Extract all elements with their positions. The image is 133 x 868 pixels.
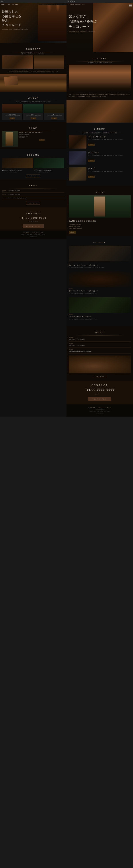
pc-nav-column[interactable]: COLUMN	[52, 4, 56, 5]
mob-news-date-2: 2024.00.00	[69, 343, 131, 344]
pc-hero-image	[38, 5, 67, 41]
mob-lineup-img-3	[69, 167, 87, 181]
pc-lineup-title: LINEUP	[2, 94, 64, 101]
pc-shop-name: SAMPLE CHOCOLATE	[19, 131, 64, 133]
mob-lineup-img-1	[69, 135, 87, 149]
mob-nav: SAMPLE CHOCOLATE	[68, 4, 132, 6]
mob-news-section: NEWS 2024.00.00 ニュースのタイトルが入ります。 2024.00.…	[67, 326, 133, 381]
pc-concept-tagline: 明切な素材ができるチョコレートをお届けします	[2, 52, 64, 54]
pc-lineup-btn-2[interactable]: MORE	[31, 118, 36, 119]
pc-nav-concept[interactable]: CONCEPT	[39, 4, 43, 5]
pc-choc-drip	[38, 5, 67, 41]
pc-section: PC SAMPLE CHOCOLATE CONCEPT LINEUP SHOP …	[0, 0, 67, 239]
pc-news-item-3: 2024.00.00 SAMPLE CHOCOLATEのお知らせが入ります。	[2, 196, 64, 200]
mobile-label: mobile	[67, 0, 133, 3]
mob-hero-image	[93, 3, 133, 52]
mob-column-img-2	[69, 272, 131, 287]
mob-footer-links: CONCEPT LINEUP SHOP COLUMN NEWS CONTACT	[69, 411, 131, 412]
mob-footer-link-news[interactable]: NEWS	[104, 411, 106, 412]
pc-shop-title: SHOP	[2, 124, 64, 131]
pc-shop-info: SAMPLE CHOCOLATE 〒000-0000 東京都渋谷区 営業時間: …	[19, 131, 64, 147]
mob-news-more-btn[interactable]: LOAD MORE	[93, 375, 107, 378]
mob-footer-logo: SAMPLE CHOCOLATE	[69, 407, 131, 408]
pc-lineup-btn-1[interactable]: MORE	[9, 118, 15, 119]
mob-lineup-desc-3: ショコラティエ厳選のカカオを使用した当店自慢のチョコレートです	[88, 171, 131, 173]
pc-nav-shop[interactable]: SHOP	[49, 4, 51, 5]
mob-lineup-btn-2[interactable]: More	[88, 160, 95, 162]
pc-column-item-2: 2024.01.01 春めくバレンタインチョコレートを 見つけよう！ ショコラテ…	[34, 158, 64, 173]
pc-contact-section: CONTACT Tel.00-0000-0000 営業時間 00:00〜00:0…	[0, 207, 67, 230]
mob-hero-title: 贅沢な甘さ、心躍る幸せを呼ぶチョコレート	[69, 14, 97, 29]
pc-news-more-btn[interactable]: LOAD MORE	[26, 202, 40, 205]
pc-footer-link-shop[interactable]: SHOP	[30, 234, 32, 235]
mob-concept-title: CONCEPT	[69, 55, 131, 61]
pc-footer-link-column[interactable]: COLUMN	[34, 234, 37, 235]
pc-concept-title: CONCEPT	[2, 45, 64, 52]
pc-nav-lineup[interactable]: LINEUP	[44, 4, 47, 5]
pc-footer-link-news[interactable]: NEWS	[38, 234, 40, 235]
pc-column-title: COLUMN	[2, 151, 64, 158]
mob-footer-link-column[interactable]: COLUMN	[100, 411, 103, 412]
mob-column-title-2: 春めくバレンタインチョコレートを見つけよう！	[69, 290, 131, 292]
mob-footer-copy: © SAMPLE CHOCOLATE	[69, 413, 131, 414]
mob-news-item-2: 2024.00.00 ニュースのタイトルが入ります。	[69, 342, 131, 348]
mob-footer-link-lineup[interactable]: LINEUP	[94, 411, 96, 412]
pc-news-item-2: 2024.00.00 ニュースのタイトルが入ります。	[2, 192, 64, 196]
mob-shop-btn[interactable]: MORE	[69, 231, 76, 234]
mob-concept-body: ショコラティエ厳選の素材のみを使用した最高品質のチョコレートです。高品質な素材を…	[69, 93, 131, 98]
pc-column-tag-1: 2024.01.01	[2, 169, 33, 169]
mob-column-item-1: 2024.01.01 春めくバレンタインチョコレートを見つけよう！ ショコラティ…	[69, 246, 131, 269]
pc-shop-btn[interactable]: MORE	[39, 139, 44, 141]
mob-hero: SAMPLE CHOCOLATE 贅沢な甘さ、心躍る幸せを呼ぶチョコレート 高品…	[67, 3, 133, 52]
mob-choc-large-img	[67, 100, 133, 123]
pc-footer-link-contact[interactable]: CONTACT	[42, 234, 45, 235]
mob-contact-btn[interactable]: CONTACT FORM	[88, 397, 111, 401]
pc-footer-link-lineup[interactable]: LINEUP	[26, 234, 29, 235]
mob-lineup-tagline: ショコラティエ厳選のカカオを使用した当店自慢のチョコレートです	[69, 132, 131, 133]
mob-lineup-name-1: ボンボンショコラ	[88, 135, 131, 138]
pc-lineup-section: LINEUP ショコラティエ厳選のカカオを使用した当店自慢のチョコレートです ボ…	[0, 92, 67, 122]
mob-lineup-item-2: タブレット ショコラティエ厳選のカカオを使用した当店自慢のチョコレートです Mo…	[69, 151, 131, 164]
mob-footer-link-shop[interactable]: SHOP	[97, 411, 99, 412]
mob-hero-subtitle: 高品質な素材を使用した最高品質のチョコレートです	[69, 31, 97, 33]
pc-news-date-2: 2024.00.00	[2, 194, 6, 195]
pc-concept-section: CONCEPT 明切な素材ができるチョコレートをお届けします ショコラティエ厳選…	[0, 43, 67, 74]
pc-lineup-desc-3: ショコラティエ厳選のカカオを 使用した当店自慢	[44, 115, 64, 117]
mob-lineup-btn-1[interactable]: More	[88, 144, 95, 146]
pc-nav-contact[interactable]: CONTACT	[61, 4, 65, 5]
mob-lineup-btn-3[interactable]: More	[88, 176, 95, 178]
pc-shop-hours: 営業時間: 10:00～20:00	[19, 135, 64, 137]
pc-column-title-2: 春めくバレンタインチョコレートを 見つけよう！	[34, 170, 64, 172]
pc-lineup-desc-2: ショコラティエ厳選のカカオを 使用した当店自慢	[23, 115, 43, 117]
mob-footer-tagline: 〒000-0000 東京都渋谷区	[69, 409, 131, 410]
mob-footer: SAMPLE CHOCOLATE 〒000-0000 東京都渋谷区 CONCEP…	[67, 404, 133, 416]
mobile-section: mobile SAMPLE CHOCOLATE 贅沢な甘さ、心躍る幸せを呼ぶチョ…	[67, 0, 133, 416]
pc-shop-section: SHOP SAMPLE CHOCOLATE 〒000-0000 東京都渋谷区 営…	[0, 122, 67, 149]
mob-footer-link-contact[interactable]: CONTACT	[107, 411, 110, 412]
pc-lineup-btn-3[interactable]: MORE	[52, 118, 57, 119]
mob-column-img-1	[69, 246, 131, 261]
pc-choc-large-img	[0, 74, 67, 92]
hamburger-icon[interactable]	[129, 4, 132, 6]
pc-column-more-btn[interactable]: LOAD MORE	[26, 175, 40, 178]
mob-shop-section: SHOP SAMPLE CHOCOLATE 〒000-0000 東京都渋谷区 営…	[67, 186, 133, 236]
pc-lineup-img-3	[44, 104, 64, 113]
mob-news-image	[69, 355, 131, 373]
hamburger-line-3	[129, 6, 132, 6]
mob-news-date-3: 2024.00.00	[69, 349, 131, 350]
pc-lineup-desc-1: ショコラティエ厳選のカカオを 使用した当店自慢	[2, 115, 22, 117]
mob-lineup-desc-2: ショコラティエ厳選のカカオを使用した当店自慢のチョコレートです	[88, 155, 131, 157]
pc-nav-news[interactable]: NEWS	[58, 4, 60, 5]
mob-shop-image	[69, 195, 131, 218]
pc-contact-btn[interactable]: CONTACT FORM	[23, 224, 44, 228]
pc-shop-addr: 〒000-0000 東京都渋谷区	[19, 134, 64, 135]
pc-footer-link-concept[interactable]: CONCEPT	[21, 234, 24, 235]
mob-news-title-3: SAMPLE CHOCOLATEのお知らせが入ります。	[69, 351, 131, 352]
mob-column-text-2: ショコラティエ厳選のカカオを使用した最高品質のチョコレートです。	[69, 293, 131, 294]
mob-footer-link-concept[interactable]: CONCEPT	[90, 411, 93, 412]
mob-contact-section: CONTACT Tel.00-0000-0000 営業時間 00:00〜00:0…	[67, 381, 133, 404]
pc-shop-detail: 〒000-0000 東京都渋谷区 営業時間: 10:00～20:00 定休日: …	[19, 134, 64, 139]
mob-column-section: COLUMN 2024.01.01 春めくバレンタインチョコレートを見つけよう！…	[67, 236, 133, 326]
mob-column-text-3: ショコラティエ厳選のカカオを使用した最高品質のチョコレートです。	[69, 319, 131, 320]
pc-column-img-1	[2, 158, 33, 168]
